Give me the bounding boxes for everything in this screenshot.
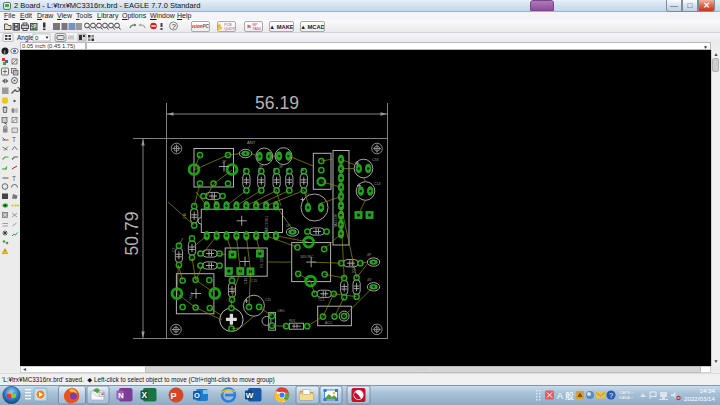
svg-text:R01: R01: [289, 319, 296, 323]
svg-text:C21: C21: [258, 168, 262, 174]
svg-text:C24: C24: [243, 168, 247, 174]
svg-text:X: X: [142, 390, 148, 400]
svg-text:4P: 4P: [367, 253, 372, 257]
svg-text:2P: 2P: [222, 160, 227, 164]
svg-text:50.79: 50.79: [122, 212, 142, 256]
svg-text:A: A: [557, 391, 563, 401]
svg-text:C9: C9: [172, 248, 176, 252]
svg-text:C18: C18: [301, 168, 305, 174]
svg-text:F9.10P: F9.10P: [260, 256, 264, 268]
svg-text:O: O: [194, 391, 200, 400]
svg-text:LED: LED: [278, 309, 285, 313]
svg-text:C20: C20: [286, 168, 290, 174]
svg-text:ACC: ACC: [325, 321, 333, 325]
svg-text:P: P: [171, 391, 177, 401]
svg-text:TA31136: TA31136: [334, 214, 338, 228]
svg-text:N: N: [118, 391, 124, 400]
svg-text:KANA ○: KANA ○: [619, 395, 634, 400]
svg-text:?: ?: [172, 22, 177, 31]
svg-text:3P: 3P: [279, 165, 284, 169]
svg-text:?: ?: [609, 391, 613, 400]
svg-text:W: W: [246, 391, 254, 400]
svg-text:C33: C33: [372, 158, 379, 162]
svg-text:C16: C16: [244, 278, 248, 284]
svg-text:4V: 4V: [367, 278, 372, 282]
svg-text:C15: C15: [251, 279, 257, 283]
svg-text:CAPS ○: CAPS ○: [619, 390, 634, 395]
svg-text:!: !: [4, 249, 5, 254]
svg-text:i: i: [4, 49, 5, 55]
svg-text:J45OSC: J45OSC: [300, 255, 314, 259]
svg-text:C31: C31: [265, 298, 272, 302]
svg-text:T: T: [12, 136, 16, 143]
svg-text:56.19: 56.19: [255, 93, 299, 113]
svg-text:TC1: TC1: [318, 298, 325, 302]
svg-text:MC3361: MC3361: [264, 215, 269, 231]
svg-text:ANT: ANT: [247, 140, 256, 145]
svg-text:T: T: [12, 175, 16, 182]
svg-text:C22: C22: [273, 168, 277, 174]
svg-text:般: 般: [565, 391, 574, 401]
svg-text:C14: C14: [374, 182, 381, 186]
